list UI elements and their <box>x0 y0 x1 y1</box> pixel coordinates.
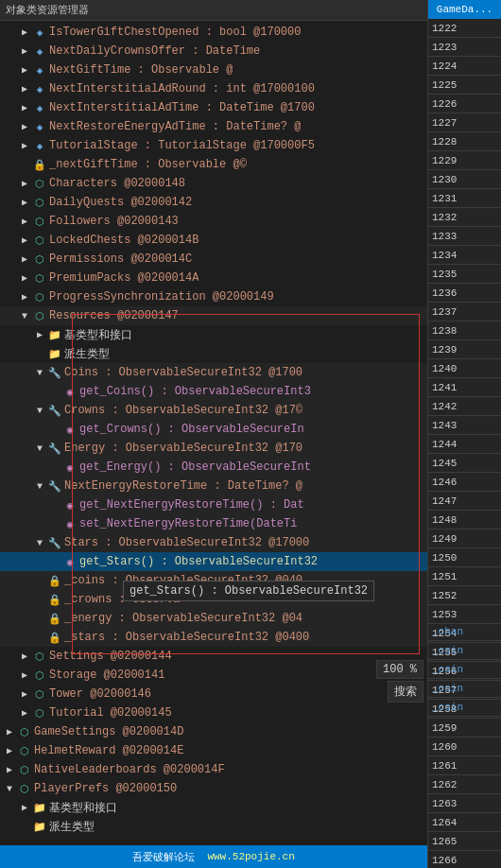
tree-item[interactable]: ⬡Resources @02000147 <box>0 306 427 325</box>
tree-item[interactable]: ⬡PlayerPrefs @02000150 <box>0 779 427 798</box>
expand-arrow[interactable] <box>17 289 32 304</box>
expand-arrow[interactable] <box>17 81 32 96</box>
expand-arrow[interactable] <box>32 403 47 418</box>
tree-item[interactable]: 📁基类型和接口 <box>0 798 427 817</box>
expand-arrow[interactable] <box>32 441 47 456</box>
node-label: NextInterstitialAdRound : int @17000100 <box>49 82 315 95</box>
expand-arrow[interactable] <box>17 43 32 59</box>
tree-item[interactable]: 🔧NextEnergyRestoreTime : DateTime? @ <box>0 477 427 495</box>
tree-item[interactable]: 📁派生类型 <box>0 817 427 836</box>
tree-item[interactable]: ⬡GameSettings @0200014D <box>0 722 427 741</box>
tree-item[interactable]: ⬡LockedChests @0200014B <box>0 231 427 250</box>
expand-arrow[interactable] <box>32 478 47 494</box>
line-number: 1231 <box>428 189 501 208</box>
tree-item[interactable]: 📁基类型和接口 <box>0 325 427 344</box>
tree-container[interactable]: ◈IsTowerGiftChestOpened : bool @170000◈N… <box>0 21 427 868</box>
tree-item[interactable]: ⬡PremiumPacks @0200014A <box>0 269 427 287</box>
tree-item[interactable]: ◈IsTowerGiftChestOpened : bool @170000 <box>0 23 427 42</box>
tree-item[interactable]: ◉set_NextEnergyRestoreTime(DateTi <box>0 514 427 533</box>
property-icon: ◉ <box>62 516 78 531</box>
tree-item[interactable]: ⬡Settings @02000144 <box>0 647 427 666</box>
tree-item[interactable]: ◈NextInterstitialAdRound : int @17000100 <box>0 79 427 98</box>
tree-item[interactable]: ⬡HelmetReward @0200014E <box>0 741 427 760</box>
expand-arrow[interactable] <box>17 686 32 702</box>
expand-arrow[interactable] <box>17 214 32 229</box>
expand-arrow[interactable] <box>17 195 32 210</box>
tree-item[interactable]: ⬡DailyQuests @02000142 <box>0 193 427 212</box>
tree-item[interactable]: ◈NextRestoreEnergyAdTime : DateTime? @ <box>0 117 427 136</box>
tree-item[interactable]: 🔒_energy : ObservableSecureInt32 @04 <box>0 609 427 628</box>
expand-arrow[interactable] <box>17 668 32 683</box>
node-label: Storage @02000141 <box>49 668 164 682</box>
tree-item[interactable]: ⬡Characters @02000148 <box>0 174 427 193</box>
expand-arrow[interactable] <box>17 100 32 115</box>
tree-item[interactable]: ◈NextGiftTime : Observable @ <box>0 61 427 79</box>
tree-item[interactable]: ⬡NativeLeaderboards @0200014F <box>0 760 427 779</box>
tree-item[interactable]: ◈NextInterstitialAdTime : DateTime @1700 <box>0 98 427 117</box>
right-items-container: 1222122312241225122612271228122912301231… <box>428 19 501 868</box>
expand-arrow[interactable] <box>17 252 32 267</box>
tree-item[interactable]: ⬡Permissions @0200014C <box>0 250 427 269</box>
field-icon: ◈ <box>32 62 47 78</box>
tree-item[interactable]: 🔧Stars : ObservableSecureInt32 @17000 <box>0 533 427 552</box>
expand-arrow[interactable] <box>17 705 32 720</box>
tree-item[interactable]: ◉get_Stars() : ObservableSecureInt32 <box>0 552 427 571</box>
node-label: Energy : ObservableSecureInt32 @170 <box>64 442 302 455</box>
class-icon: ⬡ <box>17 781 32 796</box>
lock-field-icon: 🔒 <box>47 630 62 645</box>
tree-item[interactable]: ⬡Tower @02000146 <box>0 685 427 703</box>
tree-item[interactable]: 🔒_stars : ObservableSecureInt32 @0400 <box>0 628 427 647</box>
node-label: Settings @02000144 <box>49 650 172 663</box>
tree-item[interactable]: ◈TutorialStage : TutorialStage @170000F5 <box>0 136 427 155</box>
expand-arrow[interactable] <box>32 535 47 550</box>
expand-arrow[interactable] <box>17 800 32 815</box>
expand-arrow[interactable] <box>32 327 47 342</box>
tree-item[interactable]: 📁派生类型 <box>0 344 427 363</box>
class-icon: ⬡ <box>32 668 47 683</box>
tree-item[interactable]: ◉get_Energy() : ObservableSecureInt <box>0 458 427 477</box>
tree-item[interactable]: ◉get_Coins() : ObservableSecureInt3 <box>0 382 427 401</box>
expand-arrow[interactable] <box>17 308 32 323</box>
right-panel-header: GameDa... <box>428 0 501 19</box>
field-icon: ◈ <box>32 100 47 115</box>
expand-arrow[interactable] <box>17 119 32 134</box>
expand-arrow[interactable] <box>2 724 17 739</box>
search-bar[interactable]: 搜索 <box>388 681 423 703</box>
line-number: 1253 <box>428 605 501 624</box>
expand-arrow[interactable] <box>2 781 17 796</box>
node-label: Stars : ObservableSecureInt32 @17000 <box>64 536 309 549</box>
expand-arrow[interactable] <box>17 270 32 286</box>
node-label: 基类型和接口 <box>64 327 132 343</box>
tree-item[interactable]: ◈NextDailyCrownsOffer : DateTime <box>0 42 427 61</box>
expand-arrow[interactable] <box>17 649 32 664</box>
expand-arrow[interactable] <box>17 138 32 153</box>
line-number: 1263 <box>428 794 501 813</box>
tree-item[interactable]: 🔧Crowns : ObservableSecureInt32 @17© <box>0 401 427 420</box>
node-label: Crowns : ObservableSecureInt32 @17© <box>64 404 302 417</box>
expand-arrow[interactable] <box>2 762 17 777</box>
field-icon: ◈ <box>32 43 47 59</box>
lock-field-icon: 🔒 <box>32 157 47 172</box>
expand-arrow[interactable] <box>32 365 47 380</box>
tree-item[interactable]: ◉get_NextEnergyRestoreTime() : Dat <box>0 495 427 514</box>
tree-item[interactable]: 🔧Energy : ObservableSecureInt32 @170 <box>0 439 427 458</box>
expand-arrow[interactable] <box>2 743 17 758</box>
tree-item[interactable]: ◉get_Crowns() : ObservableSecureIn <box>0 420 427 439</box>
tree-item[interactable]: ⬡Storage @02000141 <box>0 666 427 685</box>
tree-item[interactable]: 🔒_nextGiftTime : Observable @© <box>0 155 427 174</box>
expand-arrow[interactable] <box>17 233 32 248</box>
line-number: 1247 <box>428 492 501 511</box>
expand-arrow[interactable] <box>17 176 32 191</box>
node-label: DailyQuests @02000142 <box>49 196 192 209</box>
property-icon: ◉ <box>62 460 78 475</box>
class-icon: ⬡ <box>32 686 47 702</box>
expand-arrow[interactable] <box>17 62 32 78</box>
tree-item[interactable]: ⬡ProgressSynchronization @02000149 <box>0 287 427 306</box>
tree-item[interactable]: 🔧Coins : ObservableSecureInt32 @1700 <box>0 363 427 382</box>
tree-item[interactable]: ⬡Followers @02000143 <box>0 212 427 231</box>
expand-arrow <box>47 460 62 475</box>
expand-arrow[interactable] <box>17 25 32 40</box>
node-label: NextGiftTime : Observable @ <box>49 63 233 77</box>
line-number: 1261 <box>428 756 501 775</box>
tree-item[interactable]: ⬡Tutorial @02000145 <box>0 703 427 722</box>
